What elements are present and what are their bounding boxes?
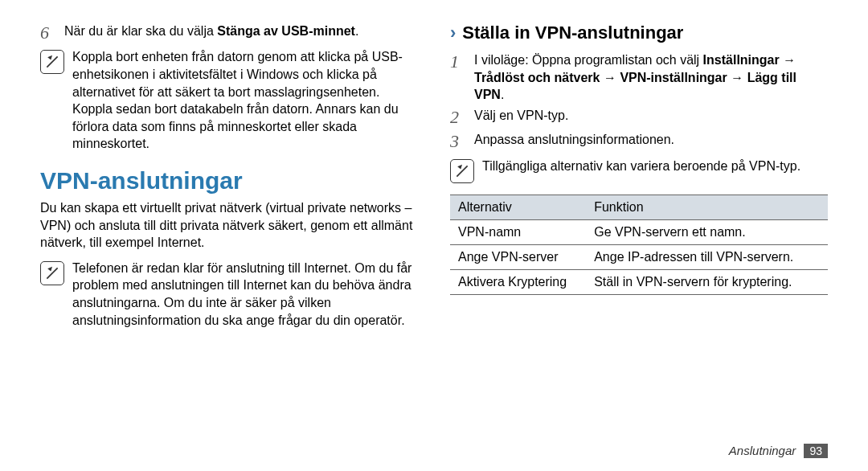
step-number: 6 bbox=[40, 23, 58, 43]
right-column: › Ställa in VPN-anslutningar 1 I viloläg… bbox=[450, 23, 828, 340]
step-6-pre: När du är klar ska du välja bbox=[64, 24, 217, 38]
note-internet: Telefonen är redan klar för anslutning t… bbox=[40, 260, 418, 329]
cell-func: Ange IP-adressen till VPN-servern. bbox=[586, 244, 828, 269]
subheading-setup-vpn: › Ställa in VPN-anslutningar bbox=[450, 23, 828, 43]
table-row: Aktivera Kryptering Ställ in VPN-servern… bbox=[450, 269, 828, 294]
note-internet-text: Telefonen är redan klar för anslutning t… bbox=[72, 260, 418, 329]
cell-alt: VPN-namn bbox=[450, 219, 586, 244]
note-usb: Koppla bort enheten från datorn genom at… bbox=[40, 48, 418, 153]
note-icon bbox=[450, 159, 474, 183]
step-6: 6 När du är klar ska du välja Stänga av … bbox=[40, 23, 418, 43]
s1-b2: Trådlöst och nätverk bbox=[474, 71, 600, 84]
step-number: 2 bbox=[450, 107, 468, 128]
step-number: 1 bbox=[450, 51, 468, 104]
s1-a2: → bbox=[600, 71, 620, 84]
step-1-text: I viloläge: Öppna programlistan och välj… bbox=[474, 51, 828, 104]
s1-b3: VPN-inställningar bbox=[620, 71, 727, 84]
note-icon bbox=[40, 50, 64, 74]
col-alternativ: Alternativ bbox=[450, 195, 586, 219]
chevron-right-icon: › bbox=[450, 24, 456, 42]
step-6-post: . bbox=[355, 24, 358, 38]
vpn-intro: Du kan skapa ett virtuellt privat nätver… bbox=[40, 199, 418, 252]
step-6-bold: Stänga av USB-minnet bbox=[217, 24, 355, 38]
step-6-text: När du är klar ska du välja Stänga av US… bbox=[64, 23, 418, 43]
table-header-row: Alternativ Funktion bbox=[450, 195, 828, 219]
table-row: VPN-namn Ge VPN-servern ett namn. bbox=[450, 219, 828, 244]
s1-post: . bbox=[501, 88, 504, 101]
note-vpn-options: Tillgängliga alternativ kan variera bero… bbox=[450, 158, 828, 183]
vpn-options-table: Alternativ Funktion VPN-namn Ge VPN-serv… bbox=[450, 195, 828, 295]
page-number: 93 bbox=[804, 444, 828, 458]
s1-pre: I viloläge: Öppna programlistan och välj bbox=[474, 53, 703, 67]
left-column: 6 När du är klar ska du välja Stänga av … bbox=[40, 23, 418, 340]
step-2: 2 Välj en VPN-typ. bbox=[450, 107, 828, 128]
step-1: 1 I viloläge: Öppna programlistan och vä… bbox=[450, 51, 828, 104]
footer-section-label: Anslutningar bbox=[729, 444, 796, 457]
page-footer: Anslutningar 93 bbox=[729, 444, 828, 458]
s1-a3: → bbox=[727, 71, 747, 84]
cell-func: Ställ in VPN-servern för kryptering. bbox=[586, 269, 828, 294]
subheading-text: Ställa in VPN-anslutningar bbox=[462, 23, 683, 43]
step-number: 3 bbox=[450, 131, 468, 152]
cell-alt: Ange VPN-server bbox=[450, 244, 586, 269]
note-usb-text: Koppla bort enheten från datorn genom at… bbox=[72, 48, 418, 153]
section-title-vpn: VPN-anslutningar bbox=[40, 167, 418, 195]
cell-func: Ge VPN-servern ett namn. bbox=[586, 219, 828, 244]
table-row: Ange VPN-server Ange IP-adressen till VP… bbox=[450, 244, 828, 269]
step-3: 3 Anpassa anslutningsinformationen. bbox=[450, 131, 828, 152]
note-vpn-options-text: Tillgängliga alternativ kan variera bero… bbox=[482, 158, 828, 183]
col-funktion: Funktion bbox=[586, 195, 828, 219]
s1-b1: Inställningar bbox=[703, 53, 780, 67]
step-2-text: Välj en VPN-typ. bbox=[474, 107, 828, 128]
note-icon bbox=[40, 261, 64, 285]
cell-alt: Aktivera Kryptering bbox=[450, 269, 586, 294]
s1-a1: → bbox=[780, 53, 796, 67]
step-3-text: Anpassa anslutningsinformationen. bbox=[474, 131, 828, 152]
